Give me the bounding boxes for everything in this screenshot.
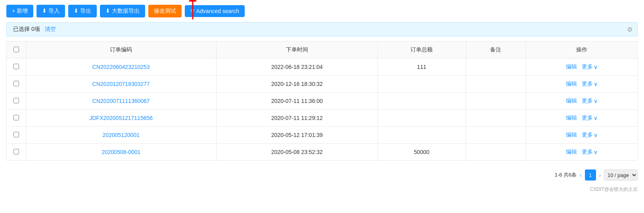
order-code[interactable]: JDFX2020051217115656	[89, 115, 153, 121]
add-button[interactable]: + 新增	[6, 5, 33, 17]
chevron-down-icon: ∨	[594, 132, 598, 138]
order-total-cell	[378, 76, 466, 93]
settings-icon[interactable]: ⚙	[627, 26, 632, 33]
remark-cell	[466, 59, 526, 76]
current-page-btn[interactable]: 1	[585, 169, 596, 181]
pagination-range: 1-6 共6条	[555, 171, 577, 179]
edit-link[interactable]: 编辑	[566, 80, 577, 87]
action-cell: 编辑 更多 ∨	[526, 110, 637, 127]
chevron-down-icon: ∨	[594, 149, 598, 155]
remark-cell	[466, 93, 526, 110]
col-action: 操作	[526, 42, 637, 59]
order-code-cell: CN2020071111360067	[26, 93, 217, 110]
chevron-down-icon: ∨	[594, 98, 598, 104]
action-cell: 编辑 更多 ∨	[526, 76, 637, 93]
prev-icon[interactable]: ‹	[580, 172, 581, 178]
edit-link[interactable]: 编辑	[566, 97, 577, 104]
row-checkbox[interactable]	[13, 81, 19, 86]
page-size-select[interactable]: 10 / page 20 / page 50 / page	[604, 169, 638, 181]
table-row: 20200508-0001 2020-05-08 23:52:32 50000 …	[7, 144, 637, 161]
col-order-time: 下单时间	[217, 42, 378, 59]
next-icon[interactable]: ›	[599, 172, 601, 178]
pagination: 1-6 共6条 ‹ 1 › 10 / page 20 / page 50 / p…	[0, 165, 644, 184]
row-checkbox-cell	[7, 76, 26, 93]
order-code-cell: 202005120001	[26, 127, 217, 144]
order-total-cell	[378, 127, 466, 144]
filter-icon: ▽	[190, 8, 195, 14]
more-link[interactable]: 更多 ∨	[582, 148, 598, 156]
table-header-row: 订单编码 下单时间 订单总额 备注 操作	[7, 42, 637, 59]
more-link[interactable]: 更多 ∨	[582, 97, 598, 105]
row-checkbox[interactable]	[13, 98, 19, 103]
checkbox-header	[7, 42, 26, 59]
order-code[interactable]: CN2020120718303277	[92, 81, 150, 87]
data-table: 订单编码 下单时间 订单总额 备注 操作 CN2022060423210253 …	[7, 42, 637, 160]
order-time-cell: 2020-07-11 11:36:00	[217, 93, 378, 110]
row-checkbox-cell	[7, 110, 26, 127]
watermark: CSDIT@会喷火的土豆	[0, 184, 644, 196]
order-code[interactable]: CN2020071111360067	[92, 98, 150, 104]
row-checkbox-cell	[7, 144, 26, 161]
row-checkbox[interactable]	[13, 115, 19, 120]
modify-test-button[interactable]: 修改测试	[148, 5, 182, 17]
action-cell: 编辑 更多 ∨	[526, 127, 637, 144]
order-code-cell: CN2020120718303277	[26, 76, 217, 93]
chevron-down-icon: ∨	[594, 64, 598, 70]
select-all-checkbox[interactable]	[13, 47, 19, 52]
action-cell: 编辑 更多 ∨	[526, 144, 637, 161]
order-code[interactable]: 202005120001	[103, 132, 140, 138]
table-row: JDFX2020051217115656 2020-07-11 11:29:12…	[7, 110, 637, 127]
row-checkbox-cell	[7, 127, 26, 144]
table-container: 订单编码 下单时间 订单总额 备注 操作 CN2022060423210253 …	[6, 41, 638, 161]
order-time-cell: 2022-06-18 23:21:04	[217, 59, 378, 76]
edit-link[interactable]: 编辑	[566, 63, 577, 70]
order-total-cell: 50000	[378, 144, 466, 161]
clear-button[interactable]: 清空	[45, 26, 56, 33]
remark-cell	[466, 144, 526, 161]
remark-cell	[466, 110, 526, 127]
order-code[interactable]: 20200508-0001	[102, 149, 140, 155]
col-remark: 备注	[466, 42, 526, 59]
advanced-search-label: Advanced search	[196, 8, 239, 14]
order-time-cell: 2020-05-12 17:01:39	[217, 127, 378, 144]
chevron-down-icon: ∨	[594, 81, 598, 87]
table-row: 202005120001 2020-05-12 17:01:39 编辑 更多 ∨	[7, 127, 637, 144]
row-checkbox[interactable]	[13, 132, 19, 137]
edit-link[interactable]: 编辑	[566, 131, 577, 138]
order-time-cell: 2020-12-16 18:30:32	[217, 76, 378, 93]
toolbar: + 新增 ⬇ 导入 ⬇ 导出 ⬇ 大数据导出 修改测试 ▽ Advanced s…	[0, 0, 644, 22]
more-link[interactable]: 更多 ∨	[582, 131, 598, 139]
col-order-total: 订单总额	[378, 42, 466, 59]
order-total-cell	[378, 110, 466, 127]
selection-bar: 已选择 0项 清空 ⚙	[6, 22, 638, 36]
edit-link[interactable]: 编辑	[566, 114, 577, 121]
table-row: CN2022060423210253 2022-06-18 23:21:04 1…	[7, 59, 637, 76]
more-link[interactable]: 更多 ∨	[582, 80, 598, 87]
remark-cell	[466, 76, 526, 93]
order-code-cell: 20200508-0001	[26, 144, 217, 161]
order-time-cell: 2020-07-11 11:29:12	[217, 110, 378, 127]
row-checkbox-cell	[7, 93, 26, 110]
import-button[interactable]: ⬇ 导入	[36, 5, 65, 17]
order-total-cell	[378, 93, 466, 110]
more-link[interactable]: 更多 ∨	[582, 63, 598, 70]
table-row: CN2020071111360067 2020-07-11 11:36:00 编…	[7, 93, 637, 110]
order-code[interactable]: CN2022060423210253	[92, 64, 150, 70]
col-order-code: 订单编码	[26, 42, 217, 59]
action-cell: 编辑 更多 ∨	[526, 93, 637, 110]
edit-link[interactable]: 编辑	[566, 148, 577, 155]
chevron-down-icon: ∨	[594, 115, 598, 121]
order-time-cell: 2020-05-08 23:52:32	[217, 144, 378, 161]
row-checkbox[interactable]	[13, 64, 19, 69]
order-total-cell: 111	[378, 59, 466, 76]
row-checkbox[interactable]	[13, 149, 19, 154]
order-code-cell: CN2022060423210253	[26, 59, 217, 76]
selected-count: 已选择 0项	[13, 26, 40, 33]
advanced-search-button[interactable]: ▽ Advanced search	[185, 5, 245, 17]
action-cell: 编辑 更多 ∨	[526, 59, 637, 76]
export-button[interactable]: ⬇ 导出	[68, 5, 97, 17]
remark-cell	[466, 127, 526, 144]
table-row: CN2020120718303277 2020-12-16 18:30:32 编…	[7, 76, 637, 93]
more-link[interactable]: 更多 ∨	[582, 114, 598, 122]
big-export-button[interactable]: ⬇ 大数据导出	[100, 5, 145, 17]
